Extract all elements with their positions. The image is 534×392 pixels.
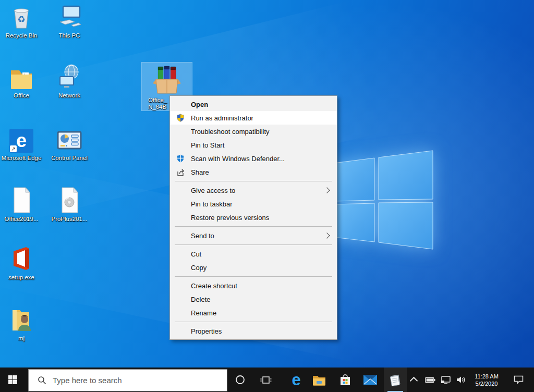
menu-item-rename[interactable]: Rename — [170, 306, 337, 320]
menu-item-send-to[interactable]: Send to — [170, 229, 337, 242]
menu-item-label: Give access to — [191, 187, 235, 194]
menu-item-create-shortcut[interactable]: Create shortcut — [170, 279, 337, 292]
menu-item-label: Scan with Windows Defender... — [191, 155, 285, 163]
menu-item-properties[interactable]: Properties — [170, 324, 337, 338]
network-globe-icon — [45, 62, 93, 90]
menu-item-label: Share — [191, 168, 209, 176]
menu-item-delete[interactable]: Delete — [170, 292, 337, 306]
tray-volume-button[interactable] — [453, 368, 469, 392]
blank-file-icon — [0, 186, 45, 214]
mail-icon — [363, 375, 377, 385]
tray-battery-button[interactable] — [423, 368, 438, 392]
menu-item-label: Restore previous versions — [191, 214, 269, 222]
menu-item-troubleshoot-compatibility[interactable]: Troubleshoot compatibility — [170, 125, 337, 138]
menu-item-label: Rename — [191, 309, 216, 317]
share-icon — [176, 167, 185, 177]
desktop-icon-label: Control Panel — [45, 155, 93, 162]
cortana-button[interactable] — [228, 368, 251, 392]
taskbar-clock[interactable]: 11:28 AM 5/2/2020 — [469, 368, 504, 392]
desktop-icon-label: Office — [0, 92, 45, 99]
office-setup-icon — [0, 244, 45, 272]
start-button[interactable] — [0, 368, 25, 392]
menu-item-restore-previous-versions[interactable]: Restore previous versions — [170, 211, 337, 224]
desktop-icon-this-pc[interactable]: This PC — [45, 2, 93, 39]
desktop-icon-office2019-file[interactable]: Office2019... — [0, 186, 45, 223]
taskbar-search — [28, 369, 227, 391]
archive-box-icon — [142, 63, 192, 95]
windows-logo-icon — [8, 375, 17, 384]
desktop-icon-control-panel[interactable]: Control Panel — [45, 125, 93, 162]
taskbar: e — [0, 368, 534, 392]
search-icon — [38, 376, 46, 385]
menu-item-scan-with-windows-defender[interactable]: Scan with Windows Defender... — [170, 152, 337, 165]
menu-item-open[interactable]: Open — [170, 97, 337, 111]
computer-icon — [45, 2, 93, 30]
volume-icon — [456, 376, 466, 384]
menu-separator — [175, 226, 332, 227]
context-menu: Open Run as administrator — [169, 95, 337, 340]
action-center-icon — [514, 375, 524, 384]
menu-item-pin-to-start[interactable]: Pin to Start — [170, 138, 337, 152]
menu-item-label: Copy — [191, 264, 207, 272]
menu-separator — [175, 322, 332, 322]
folder-icon — [0, 62, 45, 90]
desktop-icon-microsoft-edge[interactable]: e ↗ Microsoft Edge — [0, 125, 45, 162]
desktop-icon-mj-folder[interactable]: mj — [0, 305, 45, 342]
action-center-button[interactable] — [507, 368, 530, 392]
microsoft-store-icon — [339, 373, 351, 387]
uac-shield-icon — [176, 113, 185, 123]
menu-item-label: Pin to taskbar — [191, 200, 233, 208]
menu-item-cut[interactable]: Cut — [170, 247, 337, 261]
disc-image-file-icon — [45, 186, 93, 214]
menu-separator — [175, 244, 332, 245]
edge-taskbar-button[interactable]: e — [285, 368, 308, 392]
menu-item-label: Troubleshoot compatibility — [191, 128, 270, 136]
file-explorer-button[interactable] — [308, 368, 331, 392]
defender-shield-icon — [176, 154, 185, 163]
windows-desktop: ♻ Recycle Bin Office e ↗ Microsoft Edge — [0, 0, 534, 392]
menu-item-label: Cut — [191, 250, 201, 258]
menu-item-label: Run as administrator — [191, 114, 253, 122]
desktop-icon-label: Microsoft Edge — [0, 155, 45, 162]
file-explorer-icon — [312, 374, 326, 386]
clock-time: 11:28 AM — [475, 373, 499, 380]
desktop-icon-label: Recycle Bin — [0, 32, 45, 39]
menu-item-give-access-to[interactable]: Give access to — [170, 183, 337, 197]
notepad-button[interactable] — [384, 368, 407, 392]
desktop-icon-label: This PC — [45, 32, 93, 39]
network-ethernet-icon — [441, 376, 451, 384]
menu-item-label: Properties — [191, 327, 222, 335]
desktop-icon-office-folder[interactable]: Office — [0, 62, 45, 99]
clock-date: 5/2/2020 — [476, 380, 498, 387]
mail-button[interactable] — [359, 368, 382, 392]
microsoft-store-button[interactable] — [334, 368, 357, 392]
desktop-icon-proplus-file[interactable]: ProPlus201... — [45, 186, 93, 223]
tray-show-hidden-icons-button[interactable] — [407, 368, 420, 392]
menu-item-copy[interactable]: Copy — [170, 261, 337, 274]
desktop-icon-setup-exe[interactable]: setup.exe — [0, 244, 45, 281]
recycle-bin-icon: ♻ — [0, 2, 45, 30]
desktop-icon-label: Office2019... — [0, 216, 45, 223]
svg-text:♻: ♻ — [17, 15, 25, 24]
submenu-chevron-icon — [324, 232, 330, 238]
desktop-icon-recycle-bin[interactable]: ♻ Recycle Bin — [0, 2, 45, 39]
search-input[interactable] — [52, 375, 227, 385]
task-view-button[interactable] — [254, 368, 277, 392]
menu-item-pin-to-taskbar[interactable]: Pin to taskbar — [170, 197, 337, 211]
control-panel-icon — [45, 125, 93, 153]
desktop-icon-network[interactable]: Network — [45, 62, 93, 99]
menu-item-label: Send to — [191, 232, 214, 240]
chevron-up-icon — [409, 377, 418, 385]
shortcut-arrow-icon: ↗ — [10, 145, 17, 152]
user-folder-icon — [0, 305, 45, 333]
menu-item-run-as-administrator[interactable]: Run as administrator — [170, 111, 337, 125]
submenu-chevron-icon — [324, 187, 330, 193]
battery-icon — [425, 377, 435, 383]
desktop-icon-label: ProPlus201... — [45, 216, 93, 223]
menu-item-label: Create shortcut — [191, 282, 237, 290]
tray-network-button[interactable] — [439, 368, 453, 392]
cortana-icon — [235, 375, 245, 385]
edge-icon: e — [292, 372, 300, 388]
menu-item-label: Delete — [191, 296, 211, 303]
menu-item-share[interactable]: Share — [170, 165, 337, 179]
